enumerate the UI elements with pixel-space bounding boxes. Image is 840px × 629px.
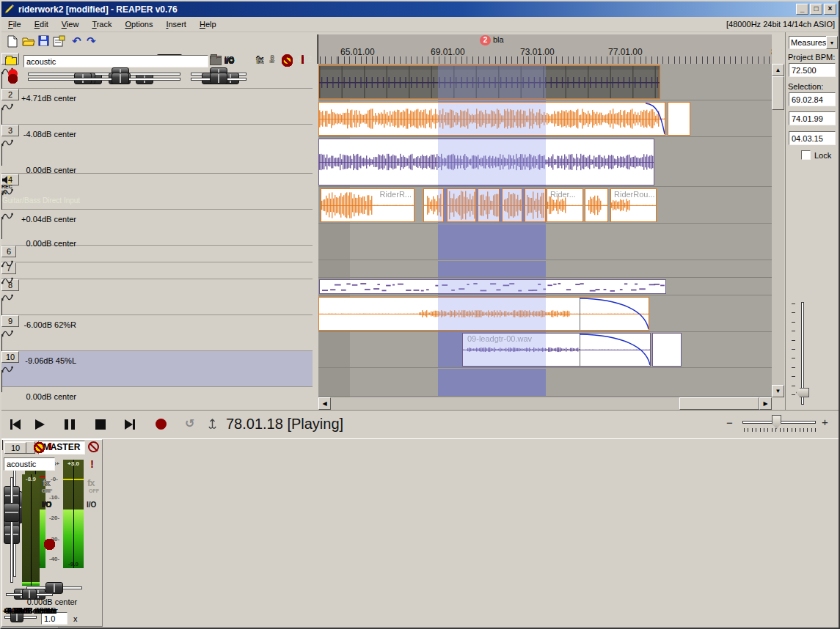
lock-checkbox[interactable] [801,150,811,160]
solo-button[interactable]: ! [90,458,94,469]
fx-button[interactable]: fx [43,477,50,488]
arrange-item[interactable]: 09-leadgtr-00.wav [462,333,651,367]
arrange-item[interactable] [318,102,665,136]
envelope-icon[interactable] [1,363,13,370]
selection-length-input[interactable] [789,131,836,145]
arrange-item[interactable] [668,102,690,136]
project-settings-icon[interactable] [53,35,65,50]
selection-start-input[interactable] [789,92,836,106]
zoom-slider-thumb[interactable] [796,388,809,397]
arrange-item[interactable] [585,188,608,222]
vertical-scrollbar[interactable]: ▲ ▼ [772,64,784,397]
bpm-input[interactable] [789,63,836,77]
minimize-button[interactable]: _ [796,4,808,15]
maximize-button[interactable]: □ [810,4,822,15]
arrange-item[interactable] [319,279,666,294]
menu-edit[interactable]: Edit [28,18,55,31]
arrange-item[interactable] [318,297,649,331]
tcp-track-row[interactable]: 7×I/OfxON! [1,262,313,279]
arrange-item[interactable] [525,188,546,222]
horizontal-scrollbar[interactable]: ◀ ▶ [318,397,772,410]
redo-icon[interactable]: ↷ [87,34,96,48]
strip-pan-thumb[interactable] [22,589,37,600]
track-number[interactable]: 6 [1,246,16,257]
mute-button[interactable] [282,56,293,67]
fx-button[interactable]: fx [256,55,263,66]
arrange-item[interactable] [423,188,444,222]
menu-options[interactable]: Options [118,18,159,31]
strip-fader[interactable] [10,477,13,583]
scroll-left-icon[interactable]: ◀ [318,397,331,410]
h-scrollbar-thumb[interactable] [679,397,759,410]
chevron-down-icon[interactable]: ▼ [826,36,838,49]
track-number[interactable]: 2 [1,89,19,100]
solo-button[interactable]: ! [48,441,52,452]
volume-thumb[interactable] [112,73,129,84]
v-scrollbar-thumb[interactable] [772,76,784,110]
rate-plus-button[interactable]: + [822,416,828,428]
fx-button[interactable]: fx [87,477,95,488]
go-start-button[interactable] [10,419,21,430]
envelope-icon[interactable] [1,136,13,144]
open-project-icon[interactable] [22,36,35,49]
io-button[interactable]: I/O [87,501,96,509]
rate-minus-button[interactable]: − [726,416,733,429]
track-name-input[interactable] [23,55,208,67]
volume-slider[interactable] [28,78,180,81]
arrange-item[interactable] [478,188,500,222]
folder-track-icon[interactable] [5,57,17,65]
arrange-item[interactable]: RiderR... [321,188,414,222]
arrange-item[interactable] [652,333,682,367]
timeline-ruler[interactable]: 2bla65.01.0069.01.0073.01.0077.01.008 [317,34,772,64]
volume-slider[interactable] [28,73,180,76]
save-project-icon[interactable] [38,35,49,49]
time-display[interactable]: 78.01.18 [Playing] [226,416,343,433]
track-number[interactable]: 9 [1,315,19,327]
arrange-item[interactable]: RiderRou... [610,188,657,222]
io-button[interactable]: I/O [224,57,234,65]
menu-insert[interactable]: Insert [159,18,193,31]
envelope-icon[interactable] [1,100,13,108]
record-arm-button[interactable] [44,539,55,550]
mute-button[interactable] [88,441,99,452]
arrange-item[interactable] [502,188,522,222]
mute-button[interactable] [34,442,45,453]
envelope-icon[interactable] [1,291,13,298]
pan-thumb[interactable] [210,73,227,84]
pause-button[interactable] [65,419,75,430]
arrange-item[interactable] [318,139,654,185]
undo-icon[interactable]: ↶ [72,34,81,48]
scroll-right-icon[interactable]: ▶ [759,397,772,410]
strip-meter[interactable]: -8.9 [22,474,40,586]
strip-fader-thumb[interactable] [4,503,20,522]
selection-end-input[interactable] [789,111,836,125]
close-button[interactable]: × [824,4,836,15]
scroll-up-icon[interactable]: ▲ [772,64,784,76]
timeline-marker[interactable]: 2 [480,35,491,45]
punch-marker-icon[interactable] [208,418,217,433]
scroll-down-icon[interactable]: ▼ [772,385,784,397]
menu-help[interactable]: Help [193,18,223,31]
solo-button[interactable]: ! [301,54,304,65]
envelope-icon[interactable] [1,327,13,334]
master-pan-thumb[interactable] [45,582,63,594]
new-project-icon[interactable] [7,35,18,51]
strip-name-input[interactable] [4,457,55,471]
track-folder-button[interactable] [210,57,222,65]
master-meter-right[interactable]: +3.0-9.0 [63,460,84,568]
playrate-thumb[interactable] [772,415,781,429]
record-arm-button[interactable] [8,74,18,84]
tcp-track-row[interactable]: 6I/OfxON! [1,246,313,262]
go-end-button[interactable] [125,419,135,430]
track-number[interactable]: 10 [1,351,19,363]
timebase-select[interactable]: Measures [789,36,828,49]
menu-view[interactable]: View [55,18,86,31]
track-number[interactable]: 3 [1,125,19,136]
arrange-item[interactable]: Rider... [547,188,583,222]
strip-number[interactable]: 10 [4,442,26,454]
io-button[interactable]: I/O [42,501,51,509]
play-button[interactable] [35,419,45,430]
stop-button[interactable] [95,419,106,430]
menu-file[interactable]: File [1,18,28,31]
envelope-icon[interactable] [1,185,13,193]
